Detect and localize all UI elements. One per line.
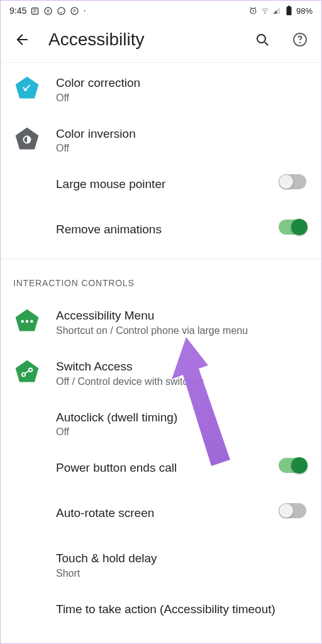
section-header-interaction: INTERACTION CONTROLS [1, 263, 321, 296]
svg-point-14 [257, 35, 265, 43]
item-title: Power button ends call [56, 460, 264, 476]
notif-icon-2: B [43, 6, 53, 16]
pinterest-icon: P [70, 6, 79, 16]
item-sub: Shortcut on / Control phone via large me… [56, 325, 309, 336]
battery-icon [284, 6, 294, 16]
item-sub: Off / Control device with switches [56, 376, 309, 387]
item-title: Time to take action (Accessibility timeo… [56, 602, 309, 618]
item-title: Switch Access [56, 359, 309, 375]
item-sub: Off [56, 92, 309, 104]
accessibility-menu-icon [13, 307, 41, 335]
status-time: 9:45 [9, 6, 26, 16]
toggle-large-mouse[interactable] [279, 174, 306, 189]
signal-icon [272, 6, 282, 16]
svg-rect-11 [279, 8, 280, 14]
help-icon [292, 32, 308, 47]
switch-access-icon [13, 358, 41, 386]
svg-rect-8 [274, 13, 275, 14]
back-button[interactable] [11, 28, 33, 51]
search-icon [255, 32, 270, 47]
svg-point-16 [299, 42, 301, 43]
svg-point-21 [21, 320, 24, 323]
battery-text: 98% [296, 6, 313, 16]
toggle-remove-animations[interactable] [279, 219, 306, 235]
item-autoclick[interactable]: Autoclick (dwell timing) Off [1, 397, 321, 448]
display-section: Color correction Off Color inversion Off… [1, 63, 321, 255]
arrow-back-icon [14, 31, 30, 48]
alarm-icon [248, 6, 258, 16]
item-touch-hold-delay[interactable]: Touch & hold delay Short [1, 538, 321, 589]
item-color-correction[interactable]: Color correction Off [1, 63, 321, 114]
item-title: Touch & hold delay [56, 551, 309, 567]
color-inversion-icon [13, 125, 41, 153]
item-title: Auto-rotate screen [56, 506, 264, 521]
item-title: Color correction [56, 75, 309, 91]
notif-icon-1 [30, 6, 40, 16]
item-title: Color inversion [56, 126, 309, 142]
svg-rect-9 [275, 11, 277, 14]
help-button[interactable] [289, 28, 311, 51]
more-icon: · [83, 5, 86, 16]
page-title: Accessibility [48, 30, 236, 50]
app-bar: Accessibility [1, 19, 321, 63]
toggle-auto-rotate[interactable] [279, 503, 306, 518]
item-auto-rotate[interactable]: Auto-rotate screen [1, 493, 321, 538]
svg-point-3 [58, 7, 65, 14]
item-remove-animations[interactable]: Remove animations [1, 209, 321, 255]
item-title: Autoclick (dwell timing) [56, 410, 309, 426]
item-title: Large mouse pointer [56, 177, 264, 192]
svg-rect-10 [277, 9, 278, 14]
item-sub: Off [56, 426, 309, 438]
toggle-power-ends-call[interactable] [279, 458, 306, 473]
item-sub: Off [56, 143, 309, 154]
item-large-mouse-pointer[interactable]: Large mouse pointer [1, 164, 321, 209]
svg-rect-12 [286, 7, 291, 16]
svg-point-7 [265, 13, 266, 14]
svg-rect-13 [288, 6, 290, 7]
svg-point-23 [30, 320, 33, 323]
item-time-to-take-action[interactable]: Time to take action (Accessibility timeo… [1, 589, 321, 635]
divider [1, 258, 321, 259]
interaction-section: Accessibility Menu Shortcut on / Control… [1, 296, 321, 635]
item-title: Remove animations [56, 222, 264, 238]
svg-text:P: P [73, 9, 76, 13]
whatsapp-icon [57, 6, 66, 16]
svg-marker-24 [16, 360, 39, 382]
status-bar: 9:45 B P · 98% [1, 1, 321, 19]
svg-text:B: B [47, 9, 50, 13]
wifi-icon [260, 6, 270, 16]
item-switch-access[interactable]: Switch Access Off / Control device with … [1, 347, 321, 397]
item-power-button-ends-call[interactable]: Power button ends call [1, 448, 321, 493]
item-title: Accessibility Menu [56, 308, 309, 324]
item-sub: Short [56, 568, 309, 579]
item-accessibility-menu[interactable]: Accessibility Menu Shortcut on / Control… [1, 296, 321, 347]
svg-point-22 [26, 320, 29, 323]
search-button[interactable] [251, 28, 274, 51]
color-correction-icon [13, 74, 41, 102]
item-color-inversion[interactable]: Color inversion Off [1, 114, 321, 165]
